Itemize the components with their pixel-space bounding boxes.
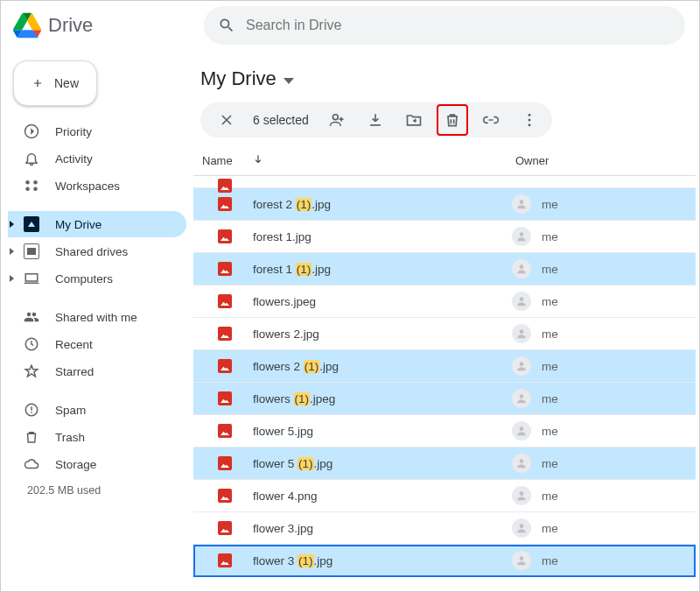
owner-cell: me (512, 389, 558, 408)
selection-toolbar: 6 selected (200, 102, 552, 137)
svg-point-19 (520, 491, 524, 496)
owner-cell: me (512, 454, 558, 473)
chevron-right-icon (10, 248, 14, 255)
drive-logo-icon (13, 12, 41, 39)
search-bar[interactable] (204, 6, 685, 45)
breadcrumb-title: My Drive (200, 67, 276, 90)
file-row[interactable]: forest 2 (1).jpgme (193, 188, 696, 221)
sidebar-item-shared-drives[interactable]: Shared drives (8, 238, 186, 264)
chevron-down-icon (284, 78, 294, 84)
plus-icon (32, 74, 44, 93)
svg-point-9 (528, 123, 530, 126)
search-icon (218, 17, 235, 34)
sidebar-item-recent[interactable]: Recent (8, 331, 186, 357)
file-row[interactable]: flower 3 (1).jpgme (193, 545, 696, 577)
owner-avatar (512, 227, 531, 246)
file-row[interactable]: flower 5.jpgme (193, 415, 696, 448)
sidebar-item-workspaces[interactable]: Workspaces (8, 173, 186, 199)
owner-cell: me (512, 551, 558, 570)
owner-avatar (512, 324, 531, 343)
file-name: flowers (1).jpeg (253, 392, 512, 405)
file-row[interactable]: flowers.jpegme (193, 285, 696, 318)
svg-point-18 (520, 459, 524, 463)
get-link-button[interactable] (475, 104, 507, 136)
owner-avatar (512, 194, 531, 214)
sidebar-item-my-drive[interactable]: My Drive (8, 211, 186, 237)
file-name: forest 1.jpg (253, 230, 512, 243)
workspaces-icon (24, 178, 39, 194)
file-row[interactable]: flower 3.jpgme (193, 512, 696, 545)
file-list: forest 2 (1).jpgmeforest 1.jpgmeforest 1… (193, 176, 696, 588)
svg-point-3 (33, 187, 38, 192)
link-icon (482, 111, 500, 129)
svg-point-1 (33, 180, 38, 185)
svg-point-7 (528, 114, 530, 116)
sidebar-item-activity[interactable]: Activity (8, 145, 186, 172)
file-name: flower 3 (1).jpg (253, 554, 512, 567)
clear-selection-button[interactable] (211, 104, 242, 136)
file-name: flowers 2.jpg (253, 328, 512, 341)
breadcrumb[interactable]: My Drive (193, 50, 696, 102)
owner-cell: me (512, 486, 558, 505)
sidebar-item-computers[interactable]: Computers (8, 265, 186, 292)
owner-label: me (542, 360, 558, 373)
share-button[interactable] (321, 104, 353, 136)
image-file-icon (218, 424, 232, 438)
owner-label: me (542, 263, 558, 276)
owner-avatar (512, 259, 531, 278)
owner-label: me (542, 457, 558, 470)
trash-icon (24, 429, 39, 445)
image-file-icon (218, 262, 232, 276)
selection-count: 6 selected (249, 113, 314, 127)
svg-point-14 (520, 329, 524, 334)
file-row-partial (193, 176, 696, 188)
file-row[interactable]: flowers 2 (1).jpgme (193, 350, 696, 383)
delete-button[interactable] (437, 104, 468, 136)
file-row[interactable]: flowers (1).jpegme (193, 383, 696, 415)
sidebar-item-storage[interactable]: Storage (8, 451, 186, 477)
file-row[interactable]: flower 5 (1).jpgme (193, 448, 696, 480)
file-row[interactable]: forest 1 (1).jpgme (193, 253, 696, 285)
image-file-icon (218, 489, 232, 503)
sidebar-item-trash[interactable]: Trash (8, 424, 186, 450)
owner-avatar (512, 421, 531, 440)
owner-label: me (542, 230, 558, 243)
clock-icon (24, 336, 39, 352)
search-input[interactable] (246, 18, 671, 33)
owner-cell: me (512, 518, 558, 538)
chevron-right-icon (10, 221, 14, 228)
more-actions-button[interactable] (514, 104, 545, 136)
owner-label: me (542, 554, 558, 567)
sidebar-item-shared-with-me[interactable]: Shared with me (8, 304, 186, 330)
brand-name: Drive (48, 14, 93, 37)
sidebar-item-spam[interactable]: Spam (8, 397, 186, 423)
move-button[interactable] (398, 104, 430, 136)
cloud-icon (24, 456, 39, 472)
sidebar-item-priority[interactable]: Priority (8, 118, 186, 144)
download-button[interactable] (360, 104, 391, 136)
image-file-icon (218, 521, 232, 535)
owner-label: me (542, 295, 558, 308)
file-row[interactable]: flowers 2.jpgme (193, 318, 696, 350)
sidebar-item-starred[interactable]: Starred (8, 358, 186, 384)
owner-cell: me (512, 324, 558, 343)
file-row[interactable]: flower 4.pngme (193, 480, 696, 512)
close-icon (218, 111, 235, 129)
file-name: flower 3.jpg (253, 522, 512, 535)
brand[interactable]: Drive (11, 12, 193, 39)
new-button[interactable]: New (13, 60, 97, 106)
sort-arrow-down-icon[interactable] (252, 153, 264, 168)
owner-avatar (512, 356, 531, 376)
column-headers: Name Owner (193, 144, 696, 176)
column-name-header[interactable]: Name (202, 154, 233, 167)
owner-label: me (542, 392, 558, 405)
svg-point-13 (520, 297, 524, 301)
file-name: flower 5 (1).jpg (253, 457, 512, 470)
svg-point-15 (520, 362, 524, 366)
my-drive-icon (24, 216, 39, 232)
owner-label: me (542, 328, 558, 341)
owner-cell: me (512, 292, 558, 311)
owner-label: me (542, 490, 558, 503)
file-row[interactable]: forest 1.jpgme (193, 221, 696, 253)
column-owner-header[interactable]: Owner (515, 154, 689, 167)
